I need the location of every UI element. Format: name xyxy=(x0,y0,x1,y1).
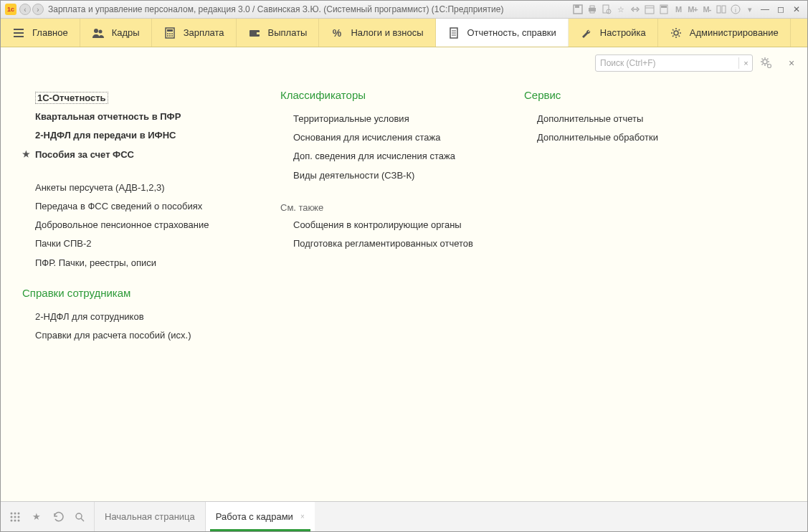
nav-item-regulatory-msgs[interactable]: Сообщения в контролирующие органы xyxy=(280,216,481,234)
svg-point-34 xyxy=(768,65,771,68)
search-icon[interactable] xyxy=(72,510,87,524)
svg-point-38 xyxy=(11,516,13,518)
toolbar-admin[interactable]: Администрирование xyxy=(658,19,791,47)
nav-item-adv-forms[interactable]: Анкеты персучета (АДВ-1,2,3) xyxy=(22,179,237,197)
panel-settings-button[interactable] xyxy=(759,55,774,71)
section-employee-refs: Справки сотрудникам xyxy=(22,287,237,299)
svg-rect-11 xyxy=(717,6,721,13)
svg-point-33 xyxy=(763,60,767,64)
print-icon[interactable] xyxy=(586,4,598,15)
toolbar-reports[interactable]: Отчетность, справки xyxy=(436,19,569,47)
nav-item-territorial[interactable]: Территориальные условия xyxy=(280,110,481,128)
minimize-button[interactable]: — xyxy=(759,4,771,15)
svg-point-21 xyxy=(171,33,173,34)
tab-personnel-work[interactable]: Работа с кадрами × xyxy=(205,502,315,531)
wallet-icon xyxy=(248,27,261,39)
search-box: × xyxy=(595,54,753,72)
bottom-tabbar: ★ Начальная страница Работа с кадрами × xyxy=(1,501,807,531)
favorite-icon[interactable]: ☆ xyxy=(615,4,627,15)
toolbar-label: Администрирование xyxy=(690,27,779,38)
svg-point-40 xyxy=(18,516,20,518)
search-clear-button[interactable]: × xyxy=(738,57,750,69)
panels-icon[interactable] xyxy=(716,4,727,15)
nav-forward-button[interactable]: › xyxy=(32,4,44,15)
svg-rect-12 xyxy=(722,6,726,13)
history-icon[interactable] xyxy=(51,510,65,524)
svg-point-35 xyxy=(11,512,13,514)
nav-item-seniority-addl[interactable]: Доп. сведения для исчисления стажа xyxy=(280,147,481,166)
calculator-icon[interactable] xyxy=(658,4,670,15)
toolbar-taxes[interactable]: % Налоги и взносы xyxy=(319,19,435,47)
m-minus-icon[interactable]: M- xyxy=(701,4,713,15)
nav-item-addl-reports[interactable]: Дополнительные отчеты xyxy=(524,110,703,128)
close-panel-button[interactable]: × xyxy=(786,57,797,69)
toolbar-main[interactable]: Главное xyxy=(1,19,80,47)
svg-rect-10 xyxy=(661,6,667,8)
m-icon[interactable]: M xyxy=(672,4,684,15)
nav-item-spv2[interactable]: Пачки СПВ-2 xyxy=(22,234,237,253)
people-icon xyxy=(92,27,105,39)
close-window-button[interactable]: ✕ xyxy=(790,4,803,15)
svg-point-42 xyxy=(14,519,16,521)
nav-item-2ndfl-ifns[interactable]: 2-НДФЛ для передачи в ИФНС xyxy=(22,126,237,145)
toolbar-payments[interactable]: Выплаты xyxy=(237,19,320,47)
svg-point-44 xyxy=(76,513,82,519)
wrench-icon xyxy=(580,27,593,39)
svg-point-24 xyxy=(171,35,173,37)
search-input[interactable] xyxy=(595,54,753,72)
toolbar-label: Налоги и взносы xyxy=(351,27,423,38)
svg-rect-18 xyxy=(167,29,173,32)
svg-point-16 xyxy=(98,29,102,33)
tab-home[interactable]: Начальная страница xyxy=(94,502,205,531)
nav-item-activity-types[interactable]: Виды деятельности (СЗВ-К) xyxy=(280,166,481,185)
apps-grid-icon[interactable] xyxy=(8,510,22,524)
toolbar-label: Отчетность, справки xyxy=(467,27,556,38)
toolbar-salary[interactable]: Зарплата xyxy=(152,19,237,47)
nav-item-voluntary-pension[interactable]: Добровольное пенсионное страхование xyxy=(22,216,237,234)
maximize-button[interactable]: ◻ xyxy=(774,4,787,15)
svg-point-39 xyxy=(14,516,16,518)
document-icon xyxy=(447,27,460,39)
section-service: Сервис xyxy=(524,89,703,101)
nav-item-1c-reporting[interactable]: 1С-Отчетность xyxy=(22,89,237,108)
nav-item-2ndfl-employees[interactable]: 2-НДФЛ для сотрудников xyxy=(22,308,237,326)
main-toolbar: Главное Кадры Зарплата Выплаты % Налоги … xyxy=(1,19,807,47)
svg-point-36 xyxy=(14,512,16,514)
info-icon[interactable]: i xyxy=(730,4,741,15)
tab-close-button[interactable]: × xyxy=(300,513,305,521)
nav-item-regulated-reports[interactable]: Подготовка регламентированных отчетов xyxy=(280,234,481,253)
column-classifiers: Классификаторы Территориальные условия О… xyxy=(280,89,481,484)
svg-rect-4 xyxy=(590,11,594,13)
calculator-icon xyxy=(163,27,176,39)
svg-point-41 xyxy=(11,519,13,521)
favorite-star-icon[interactable]: ★ xyxy=(29,510,44,524)
nav-item-pfr-packets[interactable]: ПФР. Пачки, реестры, описи xyxy=(22,254,237,272)
toolbar-label: Настройка xyxy=(600,27,646,38)
link-icon[interactable] xyxy=(629,4,641,15)
save-icon[interactable] xyxy=(572,4,584,15)
preview-icon[interactable] xyxy=(601,4,612,15)
svg-line-45 xyxy=(81,518,84,521)
column-service: Сервис Дополнительные отчеты Дополнитель… xyxy=(524,89,703,484)
tab-label: Начальная страница xyxy=(105,511,195,522)
nav-item-benefit-refs[interactable]: Справки для расчета пособий (исх.) xyxy=(22,326,237,345)
column-reports: 1С-Отчетность Квартальная отчетность в П… xyxy=(22,89,237,484)
svg-point-20 xyxy=(169,33,171,34)
see-also-label: См. также xyxy=(280,199,481,216)
nav-item-addl-processing[interactable]: Дополнительные обработки xyxy=(524,128,703,147)
toolbar-label: Главное xyxy=(32,27,68,38)
svg-point-37 xyxy=(18,512,20,514)
nav-item-quarterly-pfr[interactable]: Квартальная отчетность в ПФР xyxy=(22,108,237,126)
nav-item-fss-benefits[interactable]: Пособия за счет ФСС xyxy=(22,146,237,164)
svg-point-32 xyxy=(674,31,678,35)
nav-item-seniority-basis[interactable]: Основания для исчисления стажа xyxy=(280,128,481,147)
nav-back-button[interactable]: ‹ xyxy=(19,4,31,15)
toolbar-personnel[interactable]: Кадры xyxy=(80,19,152,47)
dropdown-icon[interactable]: ▾ xyxy=(744,4,756,15)
svg-point-22 xyxy=(167,35,168,37)
nav-item-fss-transfer[interactable]: Передача в ФСС сведений о пособиях xyxy=(22,197,237,216)
m-plus-icon[interactable]: M+ xyxy=(687,4,698,15)
svg-rect-3 xyxy=(590,6,594,8)
toolbar-settings[interactable]: Настройка xyxy=(569,19,658,47)
calendar-icon[interactable] xyxy=(644,4,655,15)
